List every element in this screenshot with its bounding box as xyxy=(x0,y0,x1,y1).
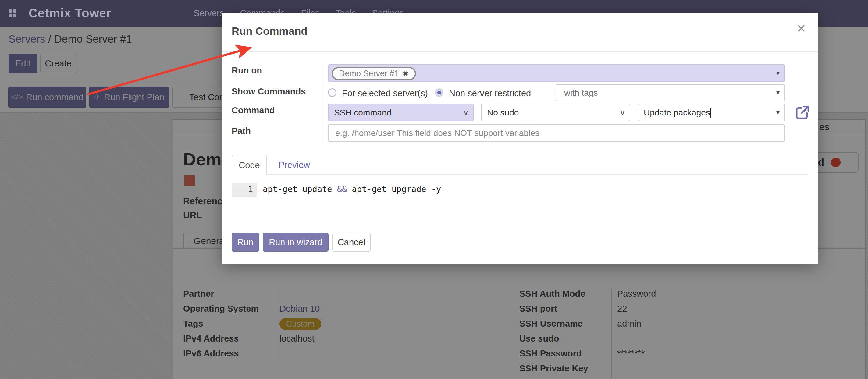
radio-for-selected-servers-label[interactable]: For selected server(s) xyxy=(342,88,428,98)
run-command-modal: Run Command ✕ Run on Show Commands Comma… xyxy=(222,13,818,264)
radio-non-server-restricted-label[interactable]: Non server restricted xyxy=(449,88,531,98)
caret-down-icon[interactable]: ▾ xyxy=(776,89,780,97)
with-tags-select[interactable]: with tags ▾ xyxy=(556,84,785,101)
command-type-select[interactable]: SSH command ∨ xyxy=(328,103,474,121)
caret-down-icon[interactable]: ▾ xyxy=(776,108,780,116)
path-label: Path xyxy=(231,126,251,136)
form-label-separator xyxy=(323,62,323,143)
text-cursor xyxy=(710,108,711,118)
command-type-value: SSH command xyxy=(334,108,391,118)
radio-non-server-restricted[interactable] xyxy=(435,88,443,97)
run-in-wizard-button[interactable]: Run in wizard xyxy=(263,233,329,252)
menu-item-servers[interactable]: Servers xyxy=(193,8,224,18)
command-value: Update packages xyxy=(644,108,710,117)
path-input[interactable] xyxy=(328,124,785,142)
apps-grid-icon[interactable] xyxy=(8,9,17,18)
command-label: Command xyxy=(231,105,275,116)
app-brand[interactable]: Cetmix Tower xyxy=(29,6,111,20)
footer-divider xyxy=(222,224,818,225)
server-tag: Demo Server #1 ✖ xyxy=(332,67,416,80)
tabs-underline xyxy=(267,174,808,175)
command-combobox[interactable]: Update packages ▾ xyxy=(638,103,785,121)
tab-preview[interactable]: Preview xyxy=(279,160,310,170)
remove-tag-icon[interactable]: ✖ xyxy=(403,69,409,78)
cancel-button[interactable]: Cancel xyxy=(332,233,371,252)
close-icon[interactable]: ✕ xyxy=(796,22,806,35)
tab-code[interactable]: Code xyxy=(231,155,267,175)
run-on-multiselect[interactable]: Demo Server #1 ✖ ▾ xyxy=(328,64,785,82)
run-on-label: Run on xyxy=(231,65,262,75)
code-editor[interactable]: 1 apt-get update && apt-get upgrade -y xyxy=(231,183,441,196)
sudo-value: No sudo xyxy=(487,108,519,118)
server-tag-label: Demo Server #1 xyxy=(339,69,399,78)
chevron-down-icon[interactable]: ∨ xyxy=(463,108,469,117)
sudo-select[interactable]: No sudo ∨ xyxy=(481,103,630,121)
run-button[interactable]: Run xyxy=(231,233,259,252)
with-tags-placeholder: with tags xyxy=(564,88,598,98)
radio-for-selected-servers[interactable] xyxy=(328,88,337,97)
screen: Servers / Demo Server #1 Edit Create </>… xyxy=(0,0,868,379)
modal-title: Run Command xyxy=(231,25,308,37)
code-line-number: 1 xyxy=(231,183,257,196)
modal-header: Run Command ✕ xyxy=(222,13,818,52)
code-line: apt-get update && apt-get upgrade -y xyxy=(257,183,441,196)
external-link-icon[interactable] xyxy=(794,104,810,121)
caret-down-icon[interactable]: ▾ xyxy=(776,69,780,77)
chevron-down-icon[interactable]: ∨ xyxy=(620,108,625,117)
